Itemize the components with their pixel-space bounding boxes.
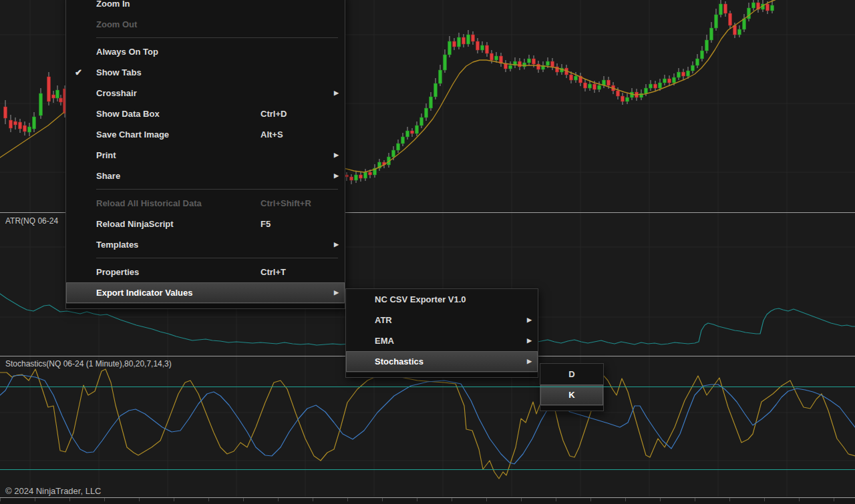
- atr-indicator-label: ATR(NQ 06-24: [5, 216, 65, 226]
- chart-context-menu: Zoom InZoom OutAlways On TopShow Tabs✔Cr…: [65, 0, 345, 309]
- chart-window: ATR(NQ 06-24 Stochastics(NQ 06-24 (1 Min…: [0, 0, 855, 504]
- submenu-arrow-icon: ▶: [334, 166, 339, 186]
- menu-item-label: Show Tabs: [96, 67, 142, 77]
- menu-item-zoom-in[interactable]: Zoom In: [66, 0, 345, 14]
- menu-item-label: Crosshair: [96, 88, 137, 98]
- submenu-arrow-icon: ▶: [334, 234, 339, 255]
- menu-item-label: Zoom Out: [96, 19, 137, 29]
- submenu-arrow-icon: ▶: [334, 282, 339, 303]
- menu-item-label: ATR: [375, 315, 392, 325]
- menu-item-shortcut: Ctrl+Shift+R: [261, 193, 311, 214]
- menu-item-properties[interactable]: PropertiesCtrl+T: [66, 262, 345, 282]
- menu-footer: [66, 303, 345, 308]
- stochastics-upper-level-line: [0, 387, 855, 387]
- menu-separator: [66, 35, 345, 41]
- menu-item-print[interactable]: Print▶: [66, 145, 345, 166]
- menu-item-label: Reload All Historical Data: [96, 198, 202, 208]
- menu-item-label: Stochastics: [375, 356, 423, 366]
- menu-footer: [346, 372, 538, 377]
- submenu-arrow-icon: ▶: [527, 310, 532, 330]
- stochastics-series-submenu: DK: [540, 363, 604, 411]
- menu-item-atr[interactable]: ATR▶: [346, 310, 538, 330]
- menu-item-share[interactable]: Share▶: [66, 166, 345, 186]
- menu-item-label: Show Data Box: [96, 109, 160, 119]
- menu-footer: [540, 405, 603, 411]
- menu-item-reload-all-historical-data: Reload All Historical DataCtrl+Shift+R: [66, 193, 345, 214]
- menu-item-ema[interactable]: EMA▶: [346, 330, 538, 351]
- menu-item-label: Print: [96, 150, 116, 160]
- submenu-arrow-icon: ▶: [334, 83, 339, 103]
- menu-item-label: Properties: [96, 267, 139, 277]
- menu-item-shortcut: F5: [261, 214, 271, 234]
- menu-item-label: Export Indicator Values: [96, 288, 193, 298]
- menu-item-always-on-top[interactable]: Always On Top: [66, 41, 345, 62]
- menu-item-nc-csv-exporter-v1-0[interactable]: NC CSV Exporter V1.0: [346, 289, 538, 310]
- menu-item-templates[interactable]: Templates▶: [66, 234, 345, 255]
- menu-item-show-data-box[interactable]: Show Data BoxCtrl+D: [66, 103, 345, 124]
- menu-item-stochastics[interactable]: Stochastics▶: [346, 351, 538, 372]
- menu-item-shortcut: Ctrl+D: [261, 103, 287, 124]
- menu-item-reload-ninjascript[interactable]: Reload NinjaScriptF5: [66, 214, 345, 234]
- menu-item-d[interactable]: D: [540, 364, 603, 385]
- submenu-arrow-icon: ▶: [527, 351, 532, 372]
- menu-item-label: Reload NinjaScript: [96, 219, 174, 229]
- menu-item-label: NC CSV Exporter V1.0: [375, 294, 466, 304]
- menu-item-crosshair[interactable]: Crosshair▶: [66, 83, 345, 103]
- checkmark-icon: ✔: [75, 62, 82, 83]
- menu-item-show-tabs[interactable]: Show Tabs✔: [66, 62, 345, 83]
- stochastics-lower-level-line: [0, 469, 855, 470]
- time-axis-ticks: [0, 498, 855, 501]
- menu-item-label: Templates: [96, 240, 138, 250]
- menu-separator: [66, 186, 345, 193]
- menu-item-save-chart-image[interactable]: Save Chart ImageAlt+S: [66, 124, 345, 145]
- menu-item-label: Zoom In: [96, 0, 130, 9]
- menu-item-label: Share: [96, 171, 120, 181]
- menu-item-label: D: [568, 369, 574, 379]
- menu-item-zoom-out: Zoom Out: [66, 14, 345, 35]
- menu-item-label: EMA: [375, 336, 394, 346]
- menu-item-k[interactable]: K: [540, 385, 603, 405]
- export-indicator-values-submenu: NC CSV Exporter V1.0ATR▶EMA▶Stochastics▶: [345, 288, 538, 378]
- stochastics-indicator-label: Stochastics(NQ 06-24 (1 Minute),80,20,7,…: [5, 359, 172, 368]
- submenu-arrow-icon: ▶: [334, 145, 339, 166]
- submenu-arrow-icon: ▶: [527, 330, 532, 351]
- menu-item-label: Save Chart Image: [96, 130, 169, 140]
- time-axis-strip[interactable]: [0, 498, 855, 504]
- menu-item-shortcut: Ctrl+T: [261, 262, 286, 282]
- copyright-text: © 2024 NinjaTrader, LLC: [5, 486, 102, 496]
- menu-item-export-indicator-values[interactable]: Export Indicator Values▶: [66, 282, 345, 303]
- menu-item-label: K: [568, 390, 574, 400]
- menu-item-label: Always On Top: [96, 47, 158, 57]
- menu-separator: [66, 255, 345, 262]
- menu-item-shortcut: Alt+S: [261, 124, 283, 145]
